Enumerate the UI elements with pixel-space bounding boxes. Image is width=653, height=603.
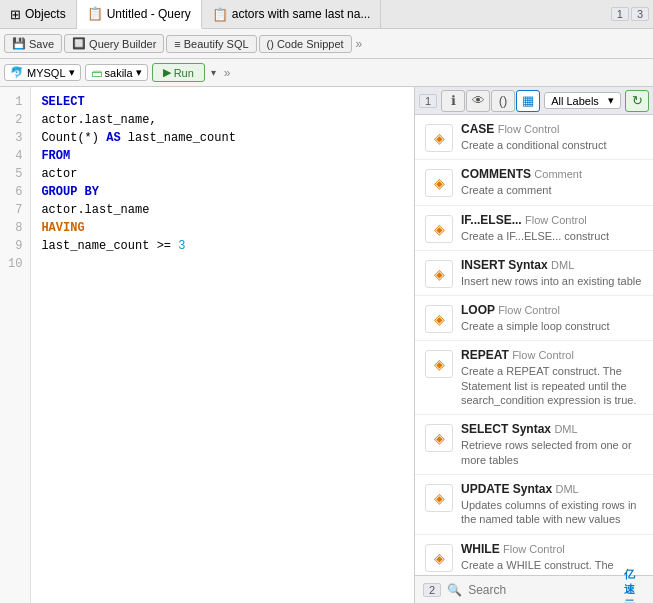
snippet-select-text: SELECT Syntax DML Retrieve rows selected… [461, 422, 643, 467]
info-tab-btn[interactable]: ℹ [441, 90, 465, 112]
beautify-icon: ≡ [174, 38, 180, 50]
panel-num-3: 3 [631, 7, 649, 21]
run-button[interactable]: ▶ Run [152, 63, 205, 82]
snippet-loop-text: LOOP Flow Control Create a simple loop c… [461, 303, 643, 333]
snippet-insert-text: INSERT Syntax DML Insert new rows into a… [461, 258, 643, 288]
snippet-if-else[interactable]: ◈ IF...ELSE... Flow Control Create a IF.… [415, 206, 653, 251]
save-button[interactable]: 💾 Save [4, 34, 62, 53]
panel-badge-1: 1 [419, 94, 437, 108]
objects-icon: ⊞ [10, 7, 21, 22]
code-content: 1 2 3 4 5 6 7 8 9 10 SELECT actor.last_n… [0, 87, 414, 603]
beautify-sql-button[interactable]: ≡ Beautify SQL [166, 35, 256, 53]
code-editor: 1 2 3 4 5 6 7 8 9 10 SELECT actor.last_n… [0, 87, 415, 603]
snippet-case-text: CASE Flow Control Create a conditional c… [461, 122, 643, 152]
snippet-repeat-title: REPEAT Flow Control [461, 348, 643, 362]
labels-dropdown-label: All Labels [551, 95, 599, 107]
query-builder-label: Query Builder [89, 38, 156, 50]
db-schema-icon: 🗃 [91, 67, 102, 79]
main-layout: 1 2 3 4 5 6 7 8 9 10 SELECT actor.last_n… [0, 87, 653, 603]
snippet-while-icon: ◈ [425, 544, 453, 572]
db-engine-label: MYSQL [27, 67, 66, 79]
refresh-icon: ↻ [632, 93, 643, 108]
beautify-sql-label: Beautify SQL [184, 38, 249, 50]
run-dropdown-arrow[interactable]: ▾ [209, 67, 218, 78]
snippet-if-else-title: IF...ELSE... Flow Control [461, 213, 643, 227]
labels-dropdown-arrow: ▾ [608, 94, 614, 107]
code-tab-btn[interactable]: () [491, 90, 515, 112]
run-label: Run [174, 67, 194, 79]
query-icon-2: 📋 [212, 7, 228, 22]
right-panel: 1 ℹ 👁 () ▦ All Labels ▾ [415, 87, 653, 603]
right-panel-header: 1 ℹ 👁 () ▦ All Labels ▾ [415, 87, 653, 115]
snippet-comments-title: COMMENTS Comment [461, 167, 643, 181]
snippet-repeat-desc: Create a REPEAT construct. The Statement… [461, 364, 643, 407]
save-label: Save [29, 38, 54, 50]
tab-icons: ℹ 👁 () ▦ [441, 90, 540, 112]
tab-objects[interactable]: ⊞ Objects [0, 0, 77, 28]
snippet-update-icon: ◈ [425, 484, 453, 512]
query-builder-button[interactable]: 🔲 Query Builder [64, 34, 164, 53]
refresh-button[interactable]: ↻ [625, 90, 649, 112]
panel-num-1: 1 [611, 7, 629, 21]
eye-tab-btn[interactable]: 👁 [466, 90, 490, 112]
snippet-case[interactable]: ◈ CASE Flow Control Create a conditional… [415, 115, 653, 160]
snippet-if-else-desc: Create a IF...ELSE... construct [461, 229, 643, 243]
code-snippet-label: Code Snippet [277, 38, 344, 50]
db-engine-select[interactable]: 🐬 MYSQL ▾ [4, 64, 81, 81]
tab-actors-query[interactable]: 📋 actors with same last na... [202, 0, 382, 28]
snippet-while-text: WHILE Flow Control Create a WHILE constr… [461, 542, 643, 575]
snippet-update-title: UPDATE Syntax DML [461, 482, 643, 496]
snippet-comments[interactable]: ◈ COMMENTS Comment Create a comment [415, 160, 653, 205]
eye-icon: 👁 [472, 93, 485, 108]
code-snippet-icon: () [267, 38, 274, 50]
snippet-loop-icon: ◈ [425, 305, 453, 333]
panel-badge-2: 2 [423, 583, 441, 597]
snippet-if-else-icon: ◈ [425, 215, 453, 243]
snippet-comments-icon: ◈ [425, 169, 453, 197]
snippet-insert-icon: ◈ [425, 260, 453, 288]
snippet-loop[interactable]: ◈ LOOP Flow Control Create a simple loop… [415, 296, 653, 341]
tab-untitled-query[interactable]: 📋 Untitled - Query [77, 0, 202, 29]
snippet-while-desc: Create a WHILE construct. The statement … [461, 558, 643, 575]
snippet-case-icon: ◈ [425, 124, 453, 152]
snippet-while-title: WHILE Flow Control [461, 542, 643, 556]
line-numbers: 1 2 3 4 5 6 7 8 9 10 [0, 87, 31, 603]
snippet-update[interactable]: ◈ UPDATE Syntax DML Updates columns of e… [415, 475, 653, 535]
toolbar-expander[interactable]: » [354, 37, 365, 51]
labels-dropdown[interactable]: All Labels ▾ [544, 92, 621, 109]
brand-text: 亿速云 [624, 567, 645, 603]
code-text[interactable]: SELECT actor.last_name, Count(*) AS last… [31, 87, 414, 603]
db-name-label: sakila [105, 67, 133, 79]
code-icon: () [499, 93, 508, 108]
db-engine-arrow: ▾ [69, 66, 75, 79]
snippet-case-desc: Create a conditional construct [461, 138, 643, 152]
code-snippet-button[interactable]: () Code Snippet [259, 35, 352, 53]
info-icon: ℹ [451, 93, 456, 108]
snippet-comments-text: COMMENTS Comment Create a comment [461, 167, 643, 197]
mysql-icon: 🐬 [10, 66, 24, 79]
brand-logo: 亿速云 [624, 567, 645, 603]
db-row: 🐬 MYSQL ▾ 🗃 sakila ▾ ▶ Run ▾ » [0, 59, 653, 87]
tab-bar: ⊞ Objects 📋 Untitled - Query 📋 actors wi… [0, 0, 653, 29]
snippet-repeat[interactable]: ◈ REPEAT Flow Control Create a REPEAT co… [415, 341, 653, 415]
query-builder-icon: 🔲 [72, 37, 86, 50]
db-row-expander[interactable]: » [222, 66, 233, 80]
snippet-select[interactable]: ◈ SELECT Syntax DML Retrieve rows select… [415, 415, 653, 475]
tab-objects-label: Objects [25, 7, 66, 21]
snippet-while[interactable]: ◈ WHILE Flow Control Create a WHILE cons… [415, 535, 653, 575]
snippet-insert[interactable]: ◈ INSERT Syntax DML Insert new rows into… [415, 251, 653, 296]
snippet-update-text: UPDATE Syntax DML Updates columns of exi… [461, 482, 643, 527]
snippet-if-else-text: IF...ELSE... Flow Control Create a IF...… [461, 213, 643, 243]
tab-untitled-label: Untitled - Query [107, 7, 191, 21]
search-input[interactable] [468, 583, 618, 597]
save-icon: 💾 [12, 37, 26, 50]
grid-tab-btn[interactable]: ▦ [516, 90, 540, 112]
snippet-list: ◈ CASE Flow Control Create a conditional… [415, 115, 653, 575]
snippet-update-desc: Updates columns of existing rows in the … [461, 498, 643, 527]
snippet-select-desc: Retrieve rows selected from one or more … [461, 438, 643, 467]
db-name-select[interactable]: 🗃 sakila ▾ [85, 64, 148, 81]
db-name-arrow: ▾ [136, 66, 142, 79]
snippet-select-title: SELECT Syntax DML [461, 422, 643, 436]
snippet-repeat-icon: ◈ [425, 350, 453, 378]
toolbar: 💾 Save 🔲 Query Builder ≡ Beautify SQL ()… [0, 29, 653, 59]
